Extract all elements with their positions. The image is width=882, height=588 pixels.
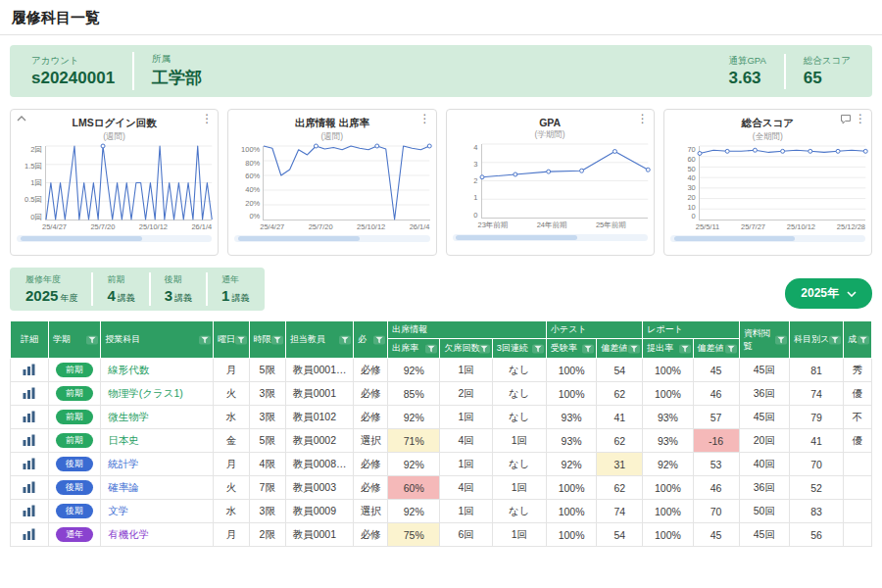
cell-grade — [844, 476, 872, 500]
gpa-value: 3.63 — [728, 69, 765, 88]
x-tick-label: 25/10/12 — [357, 222, 385, 231]
kouki-count: 3講義 — [165, 287, 192, 305]
filter-icon[interactable] — [373, 335, 385, 344]
detail-button[interactable] — [21, 480, 37, 494]
page-header: 履修科目一覧 — [0, 0, 882, 35]
cell-materials: 50回 — [739, 500, 789, 523]
filter-icon[interactable] — [199, 335, 211, 344]
filter-icon[interactable] — [679, 344, 691, 353]
cell-period: 5限 — [249, 429, 285, 453]
table-row: 後期統計学月4限教員0008…必修92%1回なし92%3192%5340回70 — [11, 453, 872, 476]
course-link[interactable]: 物理学(クラス1) — [108, 387, 183, 399]
scrollbar-thumb[interactable] — [21, 236, 142, 241]
detail-button[interactable] — [21, 527, 37, 541]
col-header-quiz-rate: 受験率 — [547, 339, 597, 359]
y-axis-labels: 100%80%60%40%20%0% — [234, 146, 263, 220]
chart-scrollbar[interactable] — [17, 235, 212, 242]
cell-grade: 不 — [844, 406, 872, 429]
chart-scrollbar[interactable] — [670, 235, 865, 242]
cell-detail — [11, 476, 49, 500]
y-tick-label: 40% — [245, 186, 260, 194]
y-tick-label: 100% — [241, 146, 260, 154]
chart-point — [546, 170, 550, 173]
detail-button[interactable] — [21, 504, 37, 517]
cell-report-rate: 100% — [643, 359, 693, 382]
filter-icon[interactable] — [858, 335, 869, 344]
x-tick-label: 23年前期 — [478, 220, 509, 230]
y-tick-label: 70 — [687, 146, 695, 154]
scrollbar-thumb[interactable] — [238, 236, 360, 241]
chart-scrollbar[interactable] — [234, 235, 429, 242]
filter-icon[interactable] — [582, 344, 594, 353]
filter-icon[interactable] — [478, 344, 490, 353]
col-header-grade: 成 — [844, 321, 872, 359]
filter-icon[interactable] — [339, 335, 351, 344]
cell-attendance-rate: 92% — [388, 453, 440, 476]
cell-required: 必修 — [354, 523, 388, 547]
comment-icon[interactable] — [840, 114, 852, 124]
chart-point — [863, 149, 867, 153]
filter-icon[interactable] — [725, 344, 737, 353]
cell-score: 56 — [789, 523, 843, 547]
filter-icon[interactable] — [86, 335, 98, 344]
tsunen-label: 通年 — [221, 273, 249, 286]
course-table: 詳細 学期 授業科目 曜日 時限 担当教員 必 出席情報 小テスト レポート 資… — [10, 320, 872, 547]
detail-button[interactable] — [21, 433, 37, 447]
detail-button[interactable] — [21, 457, 37, 470]
collapse-icon[interactable] — [17, 116, 26, 122]
filter-icon[interactable] — [829, 335, 841, 344]
chart-point — [836, 149, 840, 153]
semester-badge: 通年 — [56, 527, 93, 542]
kebab-menu-icon[interactable]: ⋮ — [201, 113, 213, 124]
filter-icon[interactable] — [775, 335, 787, 344]
col-group-attendance: 出席情報 — [388, 321, 547, 339]
cell-quiz-dev: 62 — [597, 429, 643, 453]
cell-day: 火 — [213, 476, 249, 500]
cell-detail — [11, 500, 49, 523]
cell-quiz-dev: 62 — [597, 476, 643, 500]
cell-teacher: 教員0001 — [285, 382, 354, 406]
filter-icon[interactable] — [628, 344, 640, 353]
scrollbar-thumb[interactable] — [456, 235, 577, 240]
chart-plot — [46, 146, 212, 220]
cell-score: 74 — [789, 382, 843, 406]
cell-course: 有機化学 — [101, 523, 214, 547]
cell-score: 83 — [789, 500, 843, 523]
filter-icon[interactable] — [425, 344, 437, 353]
filter-icon[interactable] — [532, 344, 544, 353]
filter-icon[interactable] — [235, 335, 247, 344]
cell-quiz-rate: 100% — [547, 523, 597, 547]
cell-course: 微生物学 — [101, 406, 214, 429]
cell-consecutive: なし — [492, 382, 546, 406]
cell-grade: 優 — [844, 382, 872, 406]
kebab-menu-icon[interactable]: ⋮ — [419, 113, 431, 124]
filter-icon[interactable] — [271, 335, 283, 344]
course-link[interactable]: 文学 — [108, 505, 128, 516]
col-header-attendance-rate: 出席率 — [388, 339, 440, 359]
course-link[interactable]: 線形代数 — [108, 364, 149, 375]
cell-teacher: 教員0001… — [285, 359, 354, 382]
x-tick-label: 25/5/11 — [696, 222, 719, 231]
kebab-menu-icon[interactable]: ⋮ — [855, 113, 866, 124]
chart-plot-area — [45, 146, 212, 220]
kebab-menu-icon[interactable]: ⋮ — [637, 113, 649, 124]
affiliation-section: 所属 工学部 — [132, 52, 220, 90]
course-link[interactable]: 統計学 — [108, 458, 139, 469]
course-link[interactable]: 微生物学 — [108, 411, 149, 422]
chart-card-lms-logins: ⋮ LMSログイン回数 (週間) 2回1.5回1回0.5回0回 25/4/272… — [10, 109, 219, 256]
course-link[interactable]: 日本史 — [108, 434, 139, 446]
total-score-value: 65 — [804, 69, 851, 88]
scrollbar-thumb[interactable] — [674, 236, 796, 241]
detail-button[interactable] — [21, 386, 37, 400]
semester-badge: 前期 — [56, 410, 93, 424]
chart-scrollbar[interactable] — [453, 234, 648, 241]
x-tick-label: 25/10/12 — [139, 222, 168, 231]
zenki-count: 4講義 — [107, 287, 134, 305]
course-link[interactable]: 有機化学 — [108, 528, 149, 540]
detail-button[interactable] — [21, 363, 37, 376]
cell-course: 日本史 — [101, 429, 214, 453]
detail-button[interactable] — [21, 410, 37, 423]
year-dropdown-button[interactable]: 2025年 — [785, 278, 872, 309]
cell-report-rate: 100% — [643, 382, 693, 406]
course-link[interactable]: 確率論 — [108, 481, 139, 493]
